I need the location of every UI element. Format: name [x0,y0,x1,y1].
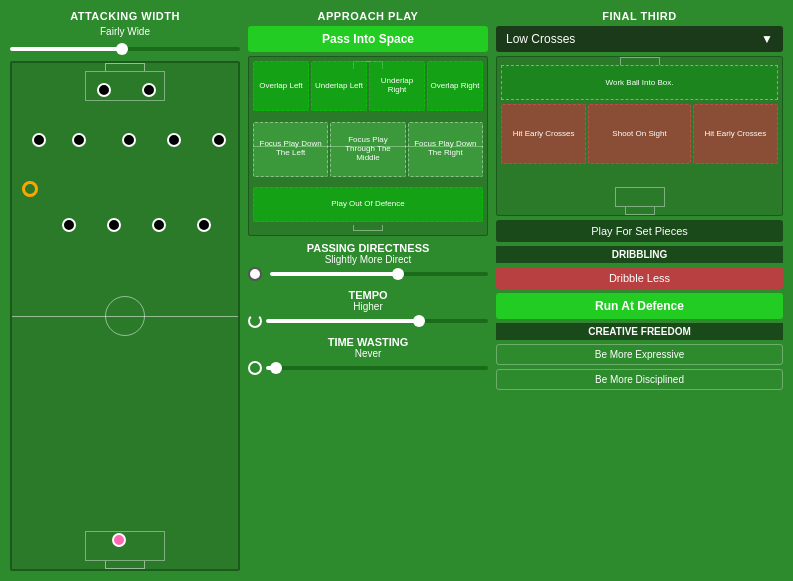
tactical-pitch [10,61,240,571]
passing-directness-fill [270,272,401,276]
final-third-title: FINAL THIRD [496,10,783,22]
player-dot [32,133,46,147]
attacking-width-title: ATTACKING WIDTH [10,10,240,22]
tempo-icon [248,314,262,328]
tempo-title: TEMPO [248,289,488,301]
approach-pitch: Overlap Left Underlap Left Underlap Righ… [248,56,488,236]
overlap-right-zone[interactable]: Overlap Right [427,61,483,111]
attacking-width-slider-container [10,41,240,57]
attacking-width-thumb[interactable] [116,43,128,55]
time-wasting-slider-row [248,359,488,377]
pitch-goal-top [105,63,145,71]
passing-directness-thumb[interactable] [392,268,404,280]
ball-icon [248,267,262,281]
final-third-pitch: Work Ball Into Box. Hit Early Crosses Sh… [496,56,783,216]
final-zones-row: Hit Early Crosses Shoot On Sight Hit Ear… [501,104,778,164]
passing-directness-track[interactable] [270,272,488,276]
passing-directness-block: PASSING DIRECTNESS Slightly More Direct [248,242,488,283]
be-more-expressive-button[interactable]: Be More Expressive [496,344,783,365]
focus-right-zone[interactable]: Focus Play Down The Right [408,122,483,177]
hit-early-left-zone[interactable]: Hit Early Crosses [501,104,586,164]
focus-left-zone[interactable]: Focus Play Down The Left [253,122,328,177]
hit-early-right-zone[interactable]: Hit Early Crosses [693,104,778,164]
attacking-width-value: Fairly Wide [10,26,240,37]
player-dot [142,83,156,97]
dribble-less-button[interactable]: Dribble Less [496,267,783,289]
final-penalty-box [615,187,665,207]
tempo-block: TEMPO Higher [248,289,488,330]
time-wasting-title: TIME WASTING [248,336,488,348]
dropdown-value: Low Crosses [506,32,575,46]
underlap-right-zone[interactable]: Underlap Right [369,61,425,111]
underlap-left-zone[interactable]: Underlap Left [311,61,367,111]
goalkeeper-dot [112,533,126,547]
player-dot [122,133,136,147]
work-ball-zone[interactable]: Work Ball Into Box. [501,65,778,100]
tempo-thumb[interactable] [413,315,425,327]
main-container: ATTACKING WIDTH Fairly Wide [10,10,783,571]
player-dot-orange [22,181,38,197]
time-wasting-value: Never [248,348,488,359]
final-goal-bottom [625,207,655,215]
time-wasting-thumb[interactable] [270,362,282,374]
attacking-width-track[interactable] [10,47,240,51]
shoot-on-sight-zone[interactable]: Shoot On Sight [588,104,690,164]
tempo-fill [266,319,421,323]
tempo-slider-row [248,312,488,330]
passing-directness-value: Slightly More Direct [248,254,488,265]
run-at-defence-button[interactable]: Run At Defence [496,293,783,319]
approach-zones: Overlap Left Underlap Left Underlap Righ… [253,61,483,231]
player-dot [62,218,76,232]
clock-icon [248,361,262,375]
player-dot [197,218,211,232]
player-dot [167,133,181,147]
be-more-disciplined-button[interactable]: Be More Disciplined [496,369,783,390]
time-wasting-block: TIME WASTING Never [248,336,488,377]
pitch-center-circle [105,296,145,336]
passing-directness-title: PASSING DIRECTNESS [248,242,488,254]
final-third-dropdown[interactable]: Low Crosses ▼ [496,26,783,52]
player-dot [107,218,121,232]
player-dot [152,218,166,232]
chevron-down-icon: ▼ [761,32,773,46]
attacking-width-fill [10,47,125,51]
tempo-value: Higher [248,301,488,312]
passing-directness-slider-row [248,265,488,283]
player-dot [72,133,86,147]
time-wasting-track[interactable] [266,366,488,370]
approach-play-title: APPROACH PLAY [248,10,488,22]
right-panel: FINAL THIRD Low Crosses ▼ Work Ball Into… [496,10,783,571]
middle-panel: APPROACH PLAY Pass Into Space Overlap Le… [248,10,488,571]
left-panel: ATTACKING WIDTH Fairly Wide [10,10,240,571]
pass-into-space-button[interactable]: Pass Into Space [248,26,488,52]
dribbling-title: DRIBBLING [496,246,783,263]
final-goal-top [620,57,660,65]
tempo-track[interactable] [266,319,488,323]
player-dot [212,133,226,147]
creative-freedom-title: CREATIVE FREEDOM [496,323,783,340]
pitch-goal-bottom [105,561,145,569]
overlap-left-zone[interactable]: Overlap Left [253,61,309,111]
play-for-set-pieces-button[interactable]: Play For Set Pieces [496,220,783,242]
player-dot [97,83,111,97]
focus-middle-zone[interactable]: Focus Play Through The Middle [330,122,405,177]
play-out-defence-zone[interactable]: Play Out Of Defence [253,187,483,222]
